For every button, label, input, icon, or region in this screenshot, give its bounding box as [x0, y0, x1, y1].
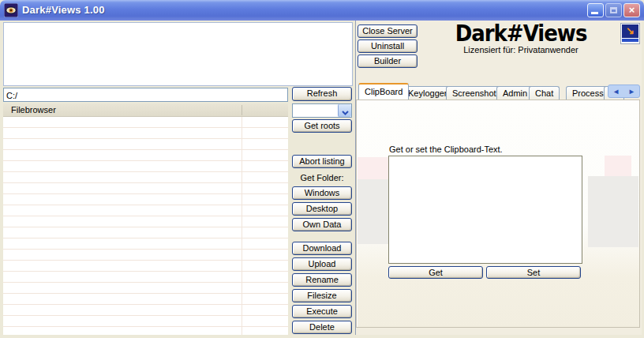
close-server-button[interactable]: Close Server [358, 24, 417, 38]
download-button[interactable]: Download [292, 242, 352, 255]
background-pattern [588, 176, 638, 247]
maximize-button[interactable] [605, 3, 622, 17]
get-windows-folder-button[interactable]: Windows [292, 186, 352, 200]
tab-strip: ClipBoard Keylogger Screenshot Admin Cha… [358, 83, 640, 100]
close-button[interactable]: × [623, 3, 640, 17]
window-title: Dark#Views 1.00 [22, 4, 105, 16]
drive-combobox[interactable] [292, 103, 352, 118]
clipboard-get-button[interactable]: Get [388, 266, 483, 279]
path-input[interactable] [3, 88, 288, 102]
app-window: Dark#Views 1.00 × Refresh Filebrowser Ge… [0, 0, 644, 338]
get-desktop-folder-button[interactable]: Desktop [292, 202, 352, 216]
upload-button[interactable]: Upload [292, 257, 352, 271]
clipboard-set-button[interactable]: Set [486, 266, 581, 279]
tab-screenshot[interactable]: Screenshot [446, 86, 503, 100]
refresh-button[interactable]: Refresh [292, 87, 352, 101]
tray-button-strip [622, 39, 638, 42]
tab-scroll-left-icon[interactable]: ◂ [614, 85, 618, 97]
uninstall-button[interactable]: Uninstall [358, 39, 417, 53]
get-folder-label: Get Folder: [292, 173, 352, 182]
filebrowser-list[interactable] [3, 117, 288, 335]
rename-button[interactable]: Rename [292, 273, 352, 287]
filebrowser-column-header[interactable]: Filebrowser [3, 103, 288, 117]
get-owndata-folder-button[interactable]: Own Data [292, 218, 352, 231]
clipboard-textarea[interactable] [388, 156, 582, 264]
log-output-box[interactable] [3, 22, 353, 86]
tray-arrow-button[interactable]: ↘ [620, 23, 640, 44]
delete-button[interactable]: Delete [292, 321, 352, 334]
tray-arrow-icon: ↘ [622, 24, 638, 38]
app-title: Dark#Views [426, 21, 616, 46]
builder-button[interactable]: Builder [358, 54, 417, 68]
list-column-divider [242, 117, 242, 335]
abort-listing-button[interactable]: Abort listing [292, 155, 352, 168]
get-roots-button[interactable]: Get roots [292, 119, 352, 133]
title-bar[interactable]: Dark#Views 1.00 × [0, 0, 644, 21]
tab-scroll-buttons: ◂ ▸ [608, 84, 640, 98]
license-text: Lizensiert für: Privatanwender [426, 45, 616, 54]
close-icon: × [629, 4, 635, 16]
tab-clipboard[interactable]: ClipBoard [358, 83, 409, 100]
tab-chat[interactable]: Chat [529, 86, 560, 100]
clipboard-instruction: Get or set the Clipboard-Text. [389, 145, 503, 154]
eye-icon [4, 3, 18, 17]
execute-button[interactable]: Execute [292, 305, 352, 318]
tab-scroll-right-icon[interactable]: ▸ [630, 85, 634, 97]
filesize-button[interactable]: Filesize [292, 289, 352, 302]
minimize-button[interactable] [587, 3, 604, 17]
minimize-icon [591, 12, 598, 14]
column-divider [242, 105, 242, 115]
chevron-down-icon[interactable] [338, 104, 351, 117]
maximize-icon [610, 7, 617, 13]
